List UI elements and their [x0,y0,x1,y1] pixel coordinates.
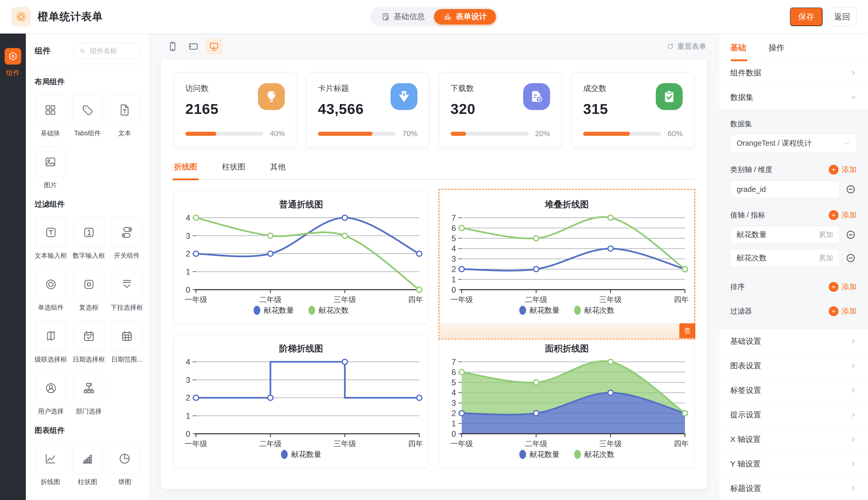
component-item[interactable]: 饼图 [109,443,140,486]
svg-text:四年级: 四年级 [674,295,689,304]
svg-text:4: 4 [452,244,456,253]
stat-card-title: 成交数 [583,83,608,94]
remove-field-button[interactable] [845,183,857,195]
chart-widget-area-line[interactable]: 面积折线图01234567一年级二年级三年级四年级献花数量献花次数 [440,334,694,467]
setting-row-tooltip[interactable]: 提示设置 [719,402,868,427]
legend-item[interactable]: 献花次数 [574,305,614,316]
stat-card-value: 315 [583,101,608,117]
component-item[interactable]: 用户选择 [35,373,67,416]
mode-tab-label: 表单设计 [456,11,487,22]
legend-marker [254,306,260,315]
component-item[interactable]: 部门选择 [73,373,105,416]
component-grid: 基础块Tabs组件文本图片 [35,95,140,189]
component-item[interactable]: 开关组件 [111,217,143,260]
number-input-icon [74,217,104,248]
chart-widget-step-line[interactable]: 阶梯折线图01234一年级二年级三年级四年级献花数量 [174,334,428,467]
stat-card[interactable]: 卡片标题43,566¥70% [307,72,429,147]
component-item[interactable]: 文本输入框 [35,217,67,260]
chart-tab[interactable]: 折线图 [174,162,197,179]
stat-card[interactable]: 成交数31560% [572,72,694,147]
component-item-label: 下拉选择框 [111,303,143,312]
dataset-select[interactable]: OrangeTest / 课程统计 [730,134,857,152]
chart-card[interactable]: 普通折线图01234一年级二年级三年级四年级献花数量献花次数 [174,190,428,323]
mode-tab-basic-info[interactable]: 基础信息 [372,9,434,24]
stat-card[interactable]: 访问数216540% [174,72,296,147]
chart-title: 阶梯折线图 [179,343,423,355]
text-input-icon [36,217,66,248]
component-data-row[interactable]: 组件数据 [719,61,868,85]
component-item[interactable]: 文本 [109,95,140,137]
add-sort-button[interactable]: + 添加 [829,282,857,292]
svg-text:四年级: 四年级 [674,440,689,448]
chart-tab[interactable]: 其他 [270,162,286,179]
image-icon [35,147,66,177]
svg-text:3: 3 [186,376,190,385]
component-item[interactable]: 基础块 [35,95,66,137]
legend-marker [574,450,581,459]
setting-row-y-axis[interactable]: Y 轴设置 [719,452,868,476]
setting-row-basic[interactable]: 基础设置 [719,329,868,354]
remove-field-button[interactable] [845,229,857,241]
device-toggle-desktop[interactable] [206,38,222,55]
chevron-right-icon [850,362,857,369]
mode-tab-form-design[interactable]: 表单设计 [434,9,496,24]
back-button[interactable]: 返回 [828,8,857,26]
components-panel: 组件 布局组件基础块Tabs组件文本图片过滤组件文本输入框数字输入框开关组件单选… [26,34,149,500]
field-box[interactable]: grade_id [730,181,839,198]
legend-item[interactable]: 献花数量 [519,450,560,460]
reset-form-button[interactable]: 重置表单 [666,42,706,52]
dataset-collapse-row[interactable]: 数据集 [719,85,868,110]
svg-text:5: 5 [452,378,456,387]
save-button[interactable]: 保存 [790,8,823,26]
chart-widget-normal-line[interactable]: 普通折线图01234一年级二年级三年级四年级献花数量献花次数 [174,190,428,323]
add-dimension-button[interactable]: + 添加 [829,164,857,175]
component-item[interactable]: Tabs组件 [72,95,103,137]
nav-rail: 组件 [0,34,26,500]
svg-text:一年级: 一年级 [185,295,207,304]
legend-item[interactable]: 献花次数 [574,450,614,460]
chart-tab[interactable]: 柱状图 [222,162,245,179]
setting-row-chart[interactable]: 图表设置 [719,354,868,378]
inspector-tab-actions[interactable]: 操作 [768,42,784,60]
add-filter-button[interactable]: + 添加 [829,306,857,316]
component-item[interactable]: 日期选择框 [73,321,105,364]
field-box[interactable]: 献花数量累加 [730,226,839,243]
chart-card[interactable]: 阶梯折线图01234一年级二年级三年级四年级献花数量 [174,334,428,467]
legend-item[interactable]: 献花数量 [254,305,294,316]
stat-card[interactable]: 下载数32020% [439,72,561,147]
chart-card[interactable]: 堆叠折线图01234567一年级二年级三年级四年级献花数量献花次数 [440,190,694,323]
progress-bar [450,132,528,136]
component-item[interactable]: 数字输入框 [73,217,105,260]
design-canvas: 重置表单 访问数216540%卡片标题43,566¥70%下载数32020%成交… [149,34,719,500]
chevron-right-icon [850,485,857,492]
header-brand: 橙单统计表单 [0,7,103,26]
setting-row-label[interactable]: 标签设置 [719,378,868,402]
device-toggle-tablet[interactable] [185,38,202,55]
delete-widget-button[interactable] [679,323,695,338]
setting-row-title[interactable]: 标题设置 [719,476,868,500]
device-toggle-phone[interactable] [164,38,181,55]
chart-legend: 献花数量献花次数 [445,305,689,316]
field-box[interactable]: 献花次数累加 [730,249,839,267]
remove-field-button[interactable] [845,252,857,264]
component-item[interactable]: 日期范围... [111,321,143,364]
component-grid: 文本输入框数字输入框开关组件单选组件复选框下拉选择框级联选择框日期选择框日期范围… [35,217,140,416]
component-item[interactable]: 下拉选择框 [111,269,143,312]
setting-row-x-axis[interactable]: X 轴设置 [719,427,868,452]
add-metric-button[interactable]: + 添加 [829,210,857,220]
component-item[interactable]: 复选框 [73,269,105,312]
component-item[interactable]: 单选组件 [35,269,67,312]
component-item[interactable]: 柱状图 [72,443,103,486]
progress-percent: 70% [402,129,418,138]
legend-item[interactable]: 献花数量 [519,305,560,316]
rail-item-components[interactable] [5,48,21,65]
component-item[interactable]: 级联选择框 [35,321,67,364]
app-logo [11,7,31,26]
chart-card[interactable]: 面积折线图01234567一年级二年级三年级四年级献花数量献花次数 [440,334,694,467]
inspector-tab-basic[interactable]: 基础 [730,42,746,60]
chart-widget-stacked-line[interactable]: 堆叠折线图01234567一年级二年级三年级四年级献花数量献花次数 [440,190,694,323]
legend-item[interactable]: 献花次数 [308,305,349,316]
legend-item[interactable]: 献花数量 [281,450,321,460]
component-item[interactable]: 折线图 [35,443,66,486]
component-item[interactable]: 图片 [35,147,66,189]
